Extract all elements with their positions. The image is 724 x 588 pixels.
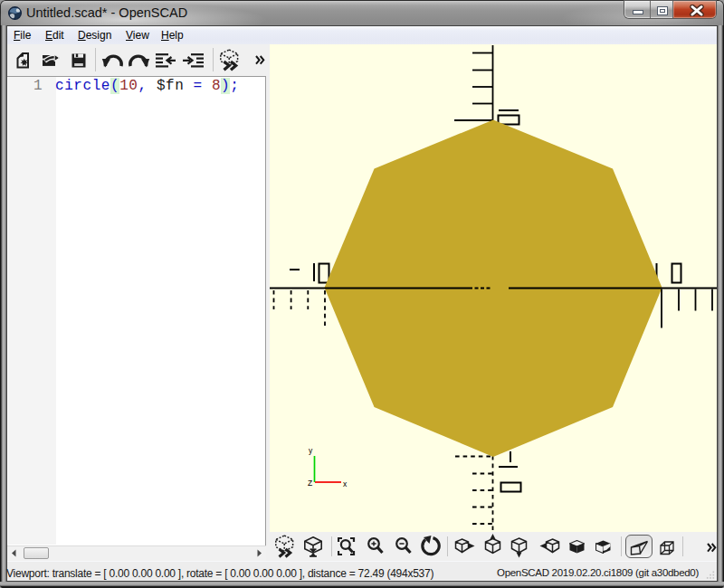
svg-text:Z: Z xyxy=(308,479,312,488)
